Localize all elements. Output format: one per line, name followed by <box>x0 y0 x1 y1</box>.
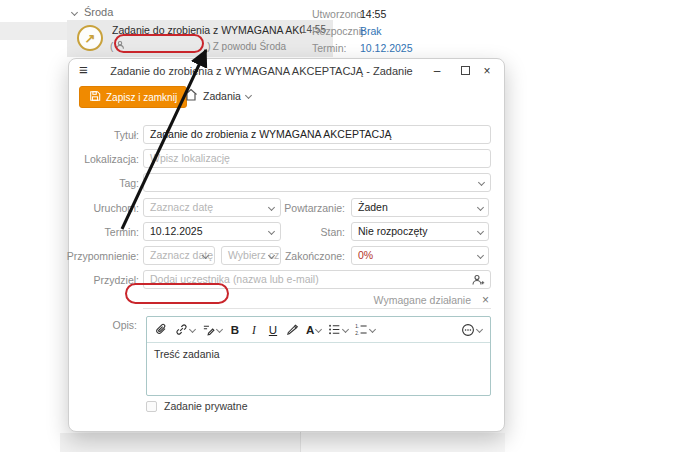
dialog-toolbar: Zapisz i zamknij Zadania <box>69 85 504 111</box>
folder-selector[interactable]: Zadania <box>184 88 251 103</box>
info-row-due: Termin: 10.12.2025 <box>312 42 442 54</box>
location-label: Lokalizacja: <box>84 153 139 165</box>
assign-label: Przydziel: <box>93 274 139 286</box>
link-icon[interactable] <box>175 323 195 336</box>
format-painter-icon[interactable] <box>286 323 299 336</box>
selected-row-band <box>0 22 67 40</box>
svg-text:1.: 1. <box>356 324 360 329</box>
row-tag: Tag: <box>69 173 506 195</box>
reminder-time-select[interactable]: Wybierz cz <box>221 246 281 265</box>
completed-select[interactable]: 0% <box>351 246 489 265</box>
close-button[interactable]: × <box>478 63 496 79</box>
chevron-down-icon <box>315 326 322 333</box>
bold-button[interactable]: B <box>229 324 241 336</box>
chevron-down-icon <box>478 179 485 186</box>
state-select[interactable]: Nie rozpoczęty <box>351 222 489 241</box>
group-header-label: Środa <box>84 6 113 18</box>
title-label: Tytuł: <box>114 129 139 141</box>
remove-attendee-icon[interactable]: × <box>482 293 489 307</box>
title-input[interactable]: Zadanie do zrobienia z WYMAGANA AKCEPTAC… <box>143 125 491 144</box>
more-options-icon[interactable] <box>461 323 482 337</box>
dialog-titlebar: ≡ Zadanie do zrobienia z WYMAGANA AKCEPT… <box>69 59 504 83</box>
private-task-checkbox[interactable] <box>146 401 157 412</box>
info-value[interactable]: 10.12.2025 <box>360 42 413 54</box>
private-task-label: Zadanie prywatne <box>164 400 247 412</box>
row-title: Tytuł: Zadanie do zrobienia z WYMAGANA A… <box>69 125 506 147</box>
start-label: Uruchom: <box>93 202 139 214</box>
maximize-button[interactable] <box>456 63 474 79</box>
font-color-icon[interactable]: A <box>306 324 321 336</box>
menu-icon[interactable]: ≡ <box>79 61 88 78</box>
assignee-name-redacted <box>127 41 205 51</box>
task-group-header[interactable]: Środa <box>72 6 113 18</box>
start-date-select[interactable]: Zaznacz datę <box>143 198 281 217</box>
info-row-start: Rozpocznij: Brak <box>312 25 442 37</box>
completed-value: 0% <box>358 249 373 261</box>
start-date-placeholder: Zaznacz datę <box>150 201 213 213</box>
underline-button[interactable]: U <box>267 324 279 336</box>
private-task-row: Zadanie prywatne <box>146 400 247 412</box>
task-title: Zadanie do zrobienia z WYMAGANA AKCE... <box>112 24 302 36</box>
tag-select[interactable] <box>143 173 491 192</box>
action-required-status: Wymagane działanie <box>374 294 471 306</box>
home-icon <box>184 88 198 103</box>
row-start-repeat: Uruchom: Zaznacz datę Powtarzanie: Żaden <box>69 198 506 220</box>
info-value[interactable]: Brak <box>360 25 382 37</box>
editor-toolbar: B I U A 1.2. <box>147 317 490 343</box>
chevron-down-icon <box>342 326 349 333</box>
paren-open: ( <box>110 41 113 52</box>
italic-button[interactable]: I <box>248 324 260 336</box>
quick-text-icon[interactable] <box>202 323 222 336</box>
chevron-down-icon <box>476 326 483 333</box>
attach-icon[interactable] <box>155 323 168 336</box>
save-and-close-button[interactable]: Zapisz i zamknij <box>79 86 187 108</box>
repeat-label: Powtarzanie: <box>284 202 345 214</box>
repeat-select[interactable]: Żaden <box>351 198 489 217</box>
background-column-divider <box>300 432 301 452</box>
info-label: Rozpocznij: <box>312 25 360 37</box>
chevron-down-icon <box>369 326 376 333</box>
row-location: Lokalizacja: Wpisz lokalizację <box>69 149 506 171</box>
save-icon <box>89 90 101 104</box>
task-subtitle: ( ) Z powodu Środa <box>110 40 286 52</box>
description-label: Opis: <box>112 319 137 331</box>
screen: Środa ↗ Zadanie do zrobienia z WYMAGANA … <box>0 0 690 452</box>
task-info-panel: Utworzono: 14:55 Rozpocznij: Brak Termin… <box>312 8 442 59</box>
chevron-down-icon <box>268 204 275 211</box>
task-list-item[interactable]: ↗ Zadanie do zrobienia z WYMAGANA AKCE..… <box>67 20 333 57</box>
info-label: Termin: <box>312 42 360 54</box>
due-date-select[interactable]: 10.12.2025 <box>143 222 281 241</box>
bullet-list-icon[interactable] <box>328 323 348 336</box>
description-editor: B I U A 1.2. <box>146 316 491 396</box>
description-text[interactable]: Treść zadania <box>147 343 490 365</box>
paren-close: ) <box>207 41 210 52</box>
folder-label: Zadania <box>203 90 241 102</box>
task-type-icon: ↗ <box>77 25 103 51</box>
location-input[interactable]: Wpisz lokalizację <box>143 149 491 168</box>
chevron-down-icon <box>245 92 252 99</box>
info-row-created: Utworzono: 14:55 <box>312 8 442 20</box>
background-panel-right <box>300 433 505 452</box>
row-due-state: Termin: 10.12.2025 Stan: Nie rozpoczęty <box>69 222 506 244</box>
save-and-close-label: Zapisz i zamknij <box>106 92 177 103</box>
add-person-icon[interactable] <box>471 273 485 289</box>
info-value: 14:55 <box>360 8 386 20</box>
task-edit-dialog: ≡ Zadanie do zrobienia z WYMAGANA AKCEPT… <box>68 58 505 432</box>
assign-placeholder: Dodaj uczestnika (nazwa lub e-mail) <box>150 273 319 285</box>
location-placeholder: Wpisz lokalizację <box>150 152 230 164</box>
background-panel-left <box>60 433 300 452</box>
chevron-down-icon <box>216 326 223 333</box>
reminder-date-select[interactable]: Zaznacz datę <box>143 246 215 265</box>
task-reason: Z powodu Środa <box>213 41 286 52</box>
minimize-button[interactable]: – <box>428 63 446 79</box>
svg-text:2.: 2. <box>356 331 360 336</box>
info-label: Utworzono: <box>312 8 360 20</box>
dialog-title: Zadanie do zrobienia z WYMAGANA AKCEPTAC… <box>109 65 414 77</box>
assign-input[interactable]: Dodaj uczestnika (nazwa lub e-mail) <box>143 270 491 289</box>
attendee-row: Wymagane działanie × <box>143 292 491 309</box>
due-label: Termin: <box>105 226 139 238</box>
chevron-down-icon <box>71 8 78 15</box>
tag-label: Tag: <box>119 177 139 189</box>
reminder-label: Przypomnienie: <box>67 250 139 262</box>
numbered-list-icon[interactable]: 1.2. <box>355 323 375 336</box>
